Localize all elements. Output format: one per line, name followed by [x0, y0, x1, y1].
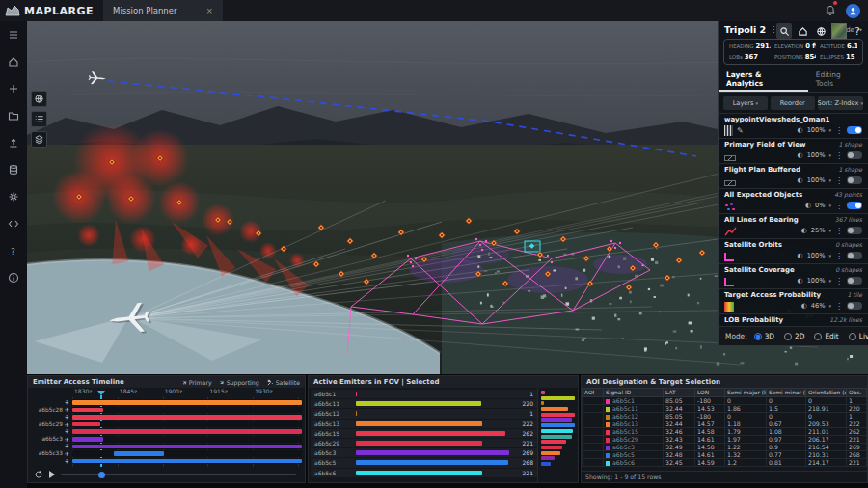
legend-list-icon[interactable] — [31, 111, 47, 127]
edit-pencil-icon[interactable]: ✎ — [737, 126, 744, 135]
reorder-button[interactable]: Reorder — [771, 96, 815, 110]
layer-kebab-icon[interactable]: ⋮ — [835, 227, 843, 235]
emitter-row[interactable]: a6b5c6221 — [311, 469, 537, 477]
column-header[interactable]: AOI — [583, 389, 604, 397]
column-header[interactable]: Orientation (deg) — [806, 389, 847, 397]
emitter-row[interactable]: a6b5c11220 — [311, 399, 537, 408]
code-icon[interactable] — [0, 210, 27, 237]
add-icon[interactable] — [0, 75, 27, 102]
loop-icon[interactable] — [34, 470, 43, 479]
settings-gear-icon[interactable] — [0, 183, 27, 210]
aoi-cell[interactable] — [583, 413, 604, 420]
table-row[interactable]: a6b5c332.4914.581.220.9216.54269 — [583, 444, 867, 451]
table-row[interactable]: a6b5c1285.05-1800001 — [583, 413, 867, 420]
layer-visibility-toggle[interactable] — [847, 227, 862, 234]
info-icon[interactable] — [0, 264, 27, 291]
time-slider[interactable] — [61, 474, 296, 475]
user-avatar[interactable] — [846, 4, 860, 18]
aoi-cell[interactable] — [583, 428, 604, 436]
table-row[interactable]: a6b5c1332.4414.571.180.67209.53222 — [583, 420, 867, 428]
emitter-row[interactable]: a6b5c15262 — [311, 429, 537, 438]
globe-icon[interactable] — [813, 23, 828, 39]
folder-icon[interactable] — [0, 102, 27, 129]
opacity-value[interactable]: 25% — [811, 227, 826, 234]
layer-kebab-icon[interactable]: ⋮ — [835, 202, 843, 210]
radio-icon[interactable] — [784, 333, 792, 340]
mode-option-2d[interactable]: 2D — [784, 332, 804, 340]
column-header[interactable]: Semi-major (km) — [725, 389, 767, 397]
tab-close-icon[interactable]: × — [205, 6, 213, 15]
layer-kebab-icon[interactable]: ⋮ — [835, 277, 843, 285]
table-row[interactable]: a6b5c185.05-1800001 — [583, 397, 867, 405]
opacity-value[interactable]: 100% — [807, 126, 826, 134]
layer-kebab-icon[interactable]: ⋮ — [835, 252, 843, 260]
mode-option-3d[interactable]: 3D — [754, 332, 774, 340]
layer-visibility-toggle[interactable] — [847, 151, 862, 159]
home-icon[interactable] — [0, 48, 27, 75]
table-row[interactable]: a6b5c632.4514.591.20.81214.17221 — [583, 459, 867, 467]
slider-knob[interactable] — [98, 472, 105, 478]
column-header[interactable]: LON — [695, 389, 725, 397]
map-help-icon[interactable]: ? — [850, 23, 865, 39]
mode-option-edit[interactable]: Edit — [814, 332, 838, 340]
emitter-row[interactable]: a6b5c121 — [311, 409, 537, 418]
layers-dropdown[interactable]: Layers ▾ — [723, 96, 768, 110]
notifications-bell-icon[interactable] — [825, 2, 836, 20]
layer-visibility-toggle[interactable] — [847, 202, 862, 209]
tab-mission-planner[interactable]: Mission Planner × — [103, 0, 223, 21]
help-icon[interactable]: ? — [0, 237, 27, 264]
sort-dropdown[interactable]: Sort: Z-Index ▾ — [818, 96, 863, 110]
table-row[interactable]: a6b5c1132.4414.531.861.5218.91220 — [583, 405, 867, 413]
table-row[interactable]: a6b5c532.4814.611.320.77210.31268 — [583, 451, 867, 459]
radio-icon[interactable] — [814, 333, 822, 340]
column-header[interactable]: Semi-minor (km) — [767, 389, 806, 397]
aoi-cell[interactable] — [583, 459, 604, 467]
opacity-value[interactable]: 0% — [815, 202, 825, 209]
aoi-cell[interactable] — [583, 420, 604, 428]
database-icon[interactable] — [0, 156, 27, 183]
layer-kebab-icon[interactable]: ⋮ — [835, 302, 843, 311]
tab-layers-analytics[interactable]: Layers & Analytics — [719, 68, 808, 92]
layer-kebab-icon[interactable]: ⋮ — [835, 126, 843, 135]
layer-kebab-icon[interactable]: ⋮ — [835, 176, 843, 185]
layers-stack-icon[interactable] — [31, 131, 47, 148]
aoi-cell[interactable] — [583, 444, 604, 451]
opacity-value[interactable]: 100% — [807, 176, 826, 184]
home-view-icon[interactable] — [795, 23, 810, 39]
mode-option-live[interactable]: Live — [849, 332, 868, 340]
emitter-row[interactable]: a6b5c29221 — [311, 439, 537, 447]
aoi-cell[interactable] — [583, 397, 604, 405]
basemap-thumbnail[interactable] — [831, 23, 847, 39]
emitter-row[interactable]: a6b5c13222 — [311, 420, 537, 428]
layer-visibility-toggle[interactable] — [847, 302, 862, 310]
emitter-row[interactable]: a6b5c11 — [311, 390, 537, 398]
layer-visibility-toggle[interactable] — [847, 176, 862, 184]
globe-view-icon[interactable] — [31, 91, 47, 107]
search-icon[interactable] — [776, 23, 792, 39]
layer-visibility-toggle[interactable] — [847, 126, 862, 134]
layer-visibility-toggle[interactable] — [847, 277, 862, 285]
opacity-value[interactable]: 100% — [807, 277, 826, 285]
radio-icon[interactable] — [849, 333, 856, 340]
layer-kebab-icon[interactable]: ⋮ — [835, 151, 843, 160]
radio-icon[interactable] — [754, 333, 762, 340]
opacity-value[interactable]: 100% — [807, 151, 826, 159]
column-header[interactable]: Signal ID — [604, 389, 664, 397]
aoi-cell[interactable] — [583, 436, 604, 444]
column-header[interactable]: LAT — [664, 389, 695, 397]
aoi-cell[interactable] — [583, 451, 604, 459]
table-row[interactable]: a6b5c2932.4314.611.970.97206.17221 — [583, 436, 867, 444]
selected-target-marker[interactable] — [525, 241, 540, 252]
emitter-row[interactable]: a6b5c3269 — [311, 448, 537, 457]
upload-icon[interactable] — [0, 129, 27, 156]
aoi-cell[interactable] — [583, 405, 604, 413]
opacity-value[interactable]: 46% — [811, 302, 826, 310]
menu-icon[interactable] — [0, 21, 27, 48]
tab-editing-tools[interactable]: Editing Tools — [808, 68, 868, 92]
emitter-row[interactable]: a6b5c5268 — [311, 458, 537, 467]
layer-visibility-toggle[interactable] — [847, 252, 862, 259]
play-button[interactable] — [49, 471, 55, 478]
table-row[interactable]: a6b5c1532.4614.581.791.08211.01262 — [583, 428, 867, 436]
column-header[interactable]: Obs. — [847, 389, 867, 397]
opacity-value[interactable]: 100% — [807, 252, 826, 259]
